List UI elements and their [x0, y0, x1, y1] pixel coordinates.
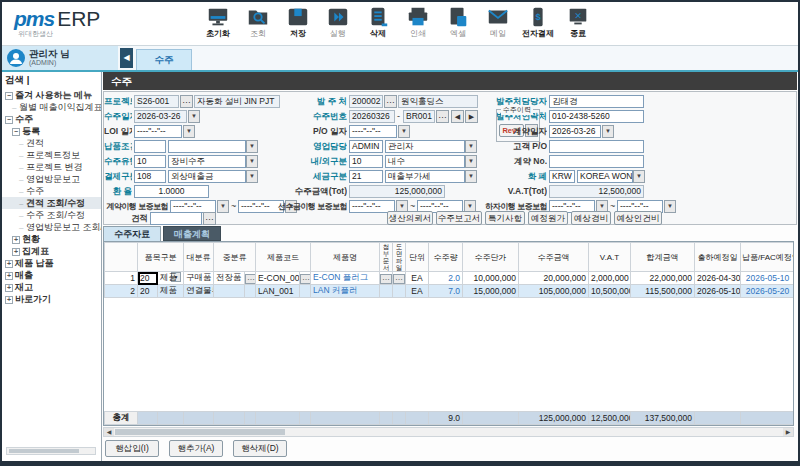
ship-date-cell[interactable]: 2026-05-10 — [695, 285, 741, 298]
delivery-terms-dropdown-icon[interactable] — [246, 140, 258, 153]
currency-name-field[interactable]: KOREA WON — [577, 170, 633, 183]
sidebar-item-register[interactable]: 등록 — [2, 125, 101, 137]
sales-rep-code-field[interactable]: ADMIN — [349, 140, 383, 153]
expand-node-icon[interactable] — [5, 272, 13, 280]
sidebar-item-product-delivery[interactable]: 제품 납품 — [2, 257, 101, 269]
drawing-cell[interactable] — [393, 285, 406, 298]
toolbar-save-button[interactable]: 저장 — [278, 5, 318, 39]
order-no-date-field[interactable]: 20260326 — [349, 110, 395, 123]
sidebar-item-monthly-profit[interactable]: 월별 매출이익집계표 분석 — [2, 101, 101, 113]
contract-date-field[interactable]: 2026-03-26 — [549, 125, 601, 138]
open-page-tab[interactable]: 수주 — [136, 49, 192, 70]
inout-code-field[interactable]: 10 — [349, 155, 383, 168]
price-cell[interactable]: 15,000,000 — [463, 285, 519, 298]
expected-expense-button[interactable]: 예상경비 — [571, 211, 611, 225]
order-next-button[interactable]: ▶ — [465, 110, 478, 123]
tax-type-code-field[interactable]: 21 — [349, 170, 383, 183]
tab-sales-plan[interactable]: 매출계획 — [163, 226, 221, 241]
prod-code-cell[interactable]: LAN_001 — [256, 285, 300, 298]
delivery-date-cell[interactable]: 2026-05-10 — [741, 272, 795, 285]
payment-type-code-field[interactable]: 108 — [134, 170, 166, 183]
toolbar-delete-button[interactable]: 삭제 — [358, 5, 398, 39]
expand-node-icon[interactable] — [5, 260, 13, 268]
customer-contact-field[interactable]: 김태경 — [549, 95, 644, 108]
sidebar-item-shortcut[interactable]: 바로가기 — [2, 293, 101, 305]
tab-order-data[interactable]: 수주자료 — [103, 226, 161, 241]
po-date-dropdown-icon[interactable] — [398, 125, 410, 138]
delete-row-button[interactable]: 행삭제(D) — [233, 440, 287, 457]
order-type-name-field[interactable]: 장비수주 — [168, 155, 246, 168]
expand-node-icon[interactable] — [12, 236, 20, 244]
toolbar-epay-button[interactable]: $ 전자결제 — [518, 5, 558, 39]
toolbar-exit-button[interactable]: ✕ 종료 — [558, 5, 598, 39]
scroll-thumb[interactable] — [9, 449, 79, 453]
sidebar-item-project-info[interactable]: 프로젝트정보 — [2, 149, 101, 161]
sidebar-item-inventory[interactable]: 재고 — [2, 281, 101, 293]
tax-type-name-field[interactable]: 매출부가세 — [385, 170, 465, 183]
toolbar-run-button[interactable]: 실행 — [318, 5, 358, 39]
cat2-cell[interactable] — [214, 285, 245, 298]
order-type-code-field[interactable]: 10 — [134, 155, 166, 168]
order-report-button[interactable]: 수주보고서 — [436, 211, 482, 225]
scroll-left-icon[interactable]: ◀ — [104, 428, 114, 436]
sidebar-item-favorites[interactable]: 즐겨 사용하는 메뉴 — [2, 89, 101, 101]
row-number[interactable]: 2 — [105, 285, 138, 298]
toolbar-reset-button[interactable]: 초기화 — [198, 5, 238, 39]
unit-cell[interactable]: EA — [406, 272, 429, 285]
project-search-button[interactable] — [180, 95, 193, 108]
collapse-node-icon[interactable] — [5, 92, 13, 100]
sidebar-item-summary[interactable]: 집계표 — [2, 245, 101, 257]
add-row-button[interactable]: 행추가(A) — [169, 440, 223, 457]
order-date-field[interactable]: 2026-03-26 — [134, 110, 187, 123]
toolbar-excel-button[interactable]: 엑셀 — [438, 5, 478, 39]
prod-code-picker-cell[interactable] — [245, 285, 256, 298]
expand-node-icon[interactable] — [5, 284, 13, 292]
ellipsis-icon[interactable]: … — [393, 274, 405, 284]
prod-name-cell[interactable]: LAN 커플러 — [311, 285, 380, 298]
total-cell[interactable]: 22,000,000 — [631, 272, 695, 285]
project-name-field[interactable]: 자동화 설비 JIN PJT — [194, 95, 280, 108]
toolbar-mail-button[interactable]: 메일 — [478, 5, 518, 39]
amount-cell[interactable]: 105,000,000 — [519, 285, 589, 298]
currency-dropdown-icon[interactable] — [633, 170, 645, 183]
customer-name-field[interactable]: 원익홀딩스 — [398, 95, 478, 108]
payment-type-name-field[interactable]: 외상매출금 — [168, 170, 246, 183]
item-type-name-cell[interactable]: 제품 — [158, 285, 184, 298]
item-type-code-cell[interactable]: 20 — [138, 285, 158, 298]
customer-code-field[interactable]: 200002 — [349, 95, 383, 108]
order-prev-button[interactable]: ◀ — [451, 110, 464, 123]
exchange-rate-field[interactable]: 1.0000 — [134, 185, 209, 198]
prod-code-cell[interactable]: E-CON_001 — [256, 272, 300, 285]
contract-no-field[interactable] — [549, 155, 644, 168]
delivery-terms-code-field[interactable] — [134, 140, 166, 153]
po-date-field[interactable]: ----"--"-- — [349, 125, 397, 138]
item-type-name-cell[interactable]: 제품 — [158, 272, 184, 285]
loi-date-dropdown-icon[interactable] — [183, 125, 195, 138]
expected-labor-button[interactable]: 예상인건비 — [614, 211, 662, 225]
toolbar-print-button[interactable]: 인쇄 — [398, 5, 438, 39]
vat-cell[interactable]: 10,500,000 — [589, 285, 631, 298]
collapse-node-icon[interactable] — [12, 128, 20, 136]
expand-node-icon[interactable] — [5, 296, 13, 304]
prod-name-cell[interactable]: E-CON 플러그 — [311, 272, 380, 285]
collapse-sidebar-button[interactable] — [120, 48, 133, 68]
item-type-code-cell[interactable]: 20 — [138, 272, 158, 285]
planned-cost-button[interactable]: 예정원가 — [528, 211, 568, 225]
ellipsis-icon[interactable]: … — [300, 274, 311, 284]
order-date-dropdown-icon[interactable] — [188, 110, 200, 123]
production-request-button[interactable]: 생산의뢰서 — [387, 211, 433, 225]
prod-name-picker-cell[interactable]: … — [300, 272, 311, 285]
insert-row-button[interactable]: 행삽입(I) — [105, 440, 159, 457]
payment-type-dropdown-icon[interactable] — [246, 170, 258, 183]
attach-cell[interactable]: … — [380, 272, 393, 285]
toolbar-search-button[interactable]: 조회 — [238, 5, 278, 39]
delivery-date-cell[interactable]: 2026-05-20 — [741, 285, 795, 298]
sidebar-item-status[interactable]: 현황 — [2, 233, 101, 245]
sidebar-item-quote[interactable]: 견적 — [2, 137, 101, 149]
sidebar-item-order-edit[interactable]: 수주 조회/수정 — [2, 209, 101, 221]
expand-node-icon[interactable] — [12, 248, 20, 256]
prod-name-picker-cell[interactable] — [300, 285, 311, 298]
collapse-node-icon[interactable] — [5, 116, 13, 124]
amount-cell[interactable]: 20,000,000 — [519, 272, 589, 285]
scroll-right-icon[interactable]: ▶ — [783, 428, 793, 436]
